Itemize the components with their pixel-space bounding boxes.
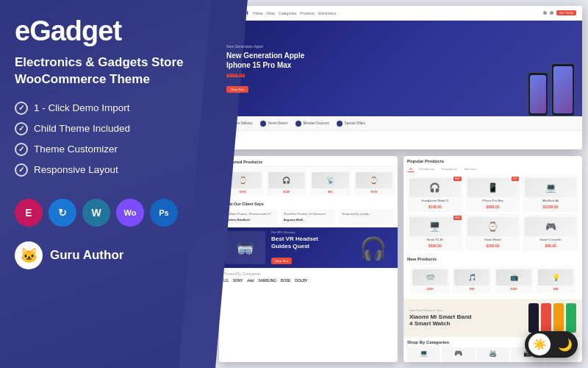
hero-small-text: New Generation Apple bbox=[226, 44, 575, 49]
toggle-knob: ☀️ bbox=[528, 333, 551, 355]
popular-badge-1: NEW bbox=[453, 177, 462, 181]
return-icon bbox=[260, 121, 266, 127]
popular-section: Popular Products All Headphone Smartphon… bbox=[404, 156, 582, 254]
new-card-3: 📺 $499 bbox=[494, 267, 534, 293]
popular-badge-4: NEW bbox=[453, 216, 462, 220]
preview-col-left: Featured Products ⌚ $299 🎧 $149 📡 $89 bbox=[219, 156, 398, 362]
dark-mode-toggle[interactable]: ☀️ 🌙 bbox=[525, 331, 578, 358]
check-icon-2 bbox=[15, 122, 28, 135]
featured-title: Featured Products bbox=[223, 160, 393, 164]
vr-banner-img: 🥽 bbox=[225, 231, 265, 264]
feature-item-1: 1 - Click Demo Import bbox=[15, 102, 198, 115]
feature-item-2: Child Theme Included bbox=[15, 122, 198, 135]
new-products-title: New Products bbox=[407, 257, 578, 261]
popular-products-grid: NEW 🎧 Headphone Model X $149.00 HOT 📱 iP… bbox=[407, 175, 578, 251]
new-products-grid: 🥽 $399 🎵 $99 📺 $499 💡 bbox=[407, 264, 578, 296]
site-nav-links: Home Shop Categories Products Electronic… bbox=[253, 11, 539, 15]
check-icon-1 bbox=[15, 102, 28, 115]
testimonials-title: What Our Client Says bbox=[223, 202, 394, 206]
testimonial-1: "Brilliant Product, Recommends it!" Andr… bbox=[223, 209, 279, 224]
testimonial-2: "Excellent Product, for Business" August… bbox=[281, 209, 337, 224]
logo-intel: intel bbox=[247, 278, 254, 283]
trusted-section: Trusted By Companies LG SONY intel SAMSU… bbox=[219, 268, 398, 286]
hero-shop-btn: Shop Now bbox=[226, 86, 248, 93]
feature-item-4: Responsive Layout bbox=[15, 163, 198, 177]
features-list: 1 - Click Demo Import Child Theme Includ… bbox=[15, 102, 198, 184]
featured-products-grid: ⌚ $299 🎧 $149 📡 $89 ⌚ $199 bbox=[219, 167, 398, 199]
photoshop-icon: Ps bbox=[150, 199, 178, 227]
popular-img-4: 🖥️ bbox=[409, 217, 461, 236]
new-products-section: New Products 🥽 $399 🎵 $99 📺 $499 bbox=[404, 254, 582, 299]
gift-icon bbox=[337, 121, 343, 127]
popular-img-1: 🎧 bbox=[409, 178, 461, 197]
band-black bbox=[528, 303, 539, 333]
woocommerce-icon: Wo bbox=[116, 199, 144, 227]
smartband-title: Xiaomi Mi Smart Band4 Smart Watch bbox=[409, 314, 528, 328]
product-img-3: 📡 bbox=[312, 172, 349, 188]
popular-card-5: ⌚ Smart Watch $299.00 bbox=[465, 214, 521, 251]
hero-section: New Generation Apple New Generation Appl… bbox=[219, 21, 582, 116]
hero-text: New Generation Apple New Generation Appl… bbox=[226, 44, 575, 93]
product-card-2: 🎧 $149 bbox=[266, 170, 308, 196]
vr-banner-text: Flat 80% Discount Best VR HeadsetGuides … bbox=[265, 230, 318, 265]
screenshot-container: eGadget Home Shop Categories Products El… bbox=[213, 0, 588, 368]
cat-laptop: 💻 Laptop bbox=[407, 347, 440, 362]
brand-subtitle: Electronics & Gadgets Store WooCommerce … bbox=[15, 54, 198, 88]
vr-banner: 🥽 Flat 80% Discount Best VR HeadsetGuide… bbox=[219, 227, 398, 268]
smartband-text: New Flash Drops In Time Xiaomi Mi Smart … bbox=[409, 308, 528, 328]
testimonial-3: "Surprised by Quality..." bbox=[338, 209, 394, 224]
product-card-3: 📡 $89 bbox=[309, 170, 351, 196]
author-avatar: 🐱 bbox=[15, 241, 43, 269]
popular-img-6: 🎮 bbox=[525, 217, 576, 236]
filter-tab-smartphone[interactable]: Smartphone bbox=[439, 166, 459, 172]
buy-now-btn: BUY NOW bbox=[556, 10, 576, 15]
product-img-2: 🎧 bbox=[268, 172, 306, 188]
popular-card-2: HOT 📱 iPhone Pro Max $999.00 bbox=[465, 175, 521, 212]
filter-tab-all[interactable]: All bbox=[407, 166, 415, 172]
popular-img-3: 💻 bbox=[525, 178, 576, 197]
left-panel: eGadget Electronics & Gadgets Store WooC… bbox=[0, 0, 213, 368]
delivery-item-3: Member Discount bbox=[295, 121, 329, 127]
check-icon-3 bbox=[15, 143, 28, 156]
testimonials-section: What Our Client Says "Brilliant Product,… bbox=[219, 199, 398, 227]
testimonial-cards: "Brilliant Product, Recommends it!" Andr… bbox=[223, 209, 394, 224]
trusted-logos: LG SONY intel SAMSUNG BOSE DOLBY bbox=[223, 278, 393, 283]
search-icon bbox=[543, 11, 547, 15]
delivery-bar: Free Delivery Home Return Member Discoun… bbox=[219, 116, 582, 131]
popular-img-5: ⌚ bbox=[467, 217, 519, 236]
feature-item-3: Theme Customizer bbox=[15, 143, 198, 156]
headphones-icon: 🎧 bbox=[359, 235, 387, 261]
logo-lg: LG bbox=[223, 278, 229, 283]
delivery-item-2: Home Return bbox=[260, 121, 288, 127]
new-card-2: 🎵 $99 bbox=[452, 267, 492, 293]
wordpress-icon: W bbox=[82, 199, 110, 227]
brand-title: eGadget bbox=[15, 16, 198, 47]
hero-title: New Generation AppleIphone 15 Pro Max bbox=[226, 51, 575, 70]
check-icon-4 bbox=[15, 163, 28, 177]
author-name: Guru Author bbox=[50, 248, 123, 263]
author-row: 🐱 Guru Author bbox=[15, 241, 198, 269]
user-icon bbox=[550, 11, 553, 15]
popular-img-2: 📱 bbox=[467, 178, 519, 197]
revolution-slider-icon: ↻ bbox=[49, 199, 76, 227]
popular-card-6: 🎮 Game Controller $89.00 bbox=[523, 214, 578, 251]
logo-dolby: DOLBY bbox=[295, 278, 307, 283]
logo-samsung: SAMSUNG bbox=[258, 278, 276, 283]
vr-banner-title: Best VR HeadsetGuides Quest bbox=[271, 236, 318, 250]
filter-tab-tv[interactable]: Television bbox=[462, 166, 479, 172]
smartband-bands bbox=[528, 303, 576, 333]
moon-icon: 🌙 bbox=[558, 338, 573, 352]
popular-card-1: NEW 🎧 Headphone Model X $149.00 bbox=[407, 175, 463, 212]
tech-icons-row: E ↻ W Wo Ps bbox=[15, 199, 198, 227]
elementor-icon: E bbox=[15, 199, 43, 227]
cat-gaming: 🎮 Gaming bbox=[442, 347, 475, 362]
popular-title: Popular Products bbox=[407, 159, 578, 163]
logo-sony: SONY bbox=[233, 278, 243, 283]
site-nav-icons: BUY NOW bbox=[543, 10, 576, 15]
vr-shop-btn: Shop Now bbox=[271, 258, 292, 264]
new-card-4: 💡 $49 bbox=[536, 267, 576, 293]
smartband-small: New Flash Drops In Time bbox=[409, 308, 528, 312]
trusted-title: Trusted By Companies bbox=[223, 272, 393, 276]
filter-tab-headphone[interactable]: Headphone bbox=[417, 166, 437, 172]
hero-price: $999.00 bbox=[226, 73, 575, 78]
